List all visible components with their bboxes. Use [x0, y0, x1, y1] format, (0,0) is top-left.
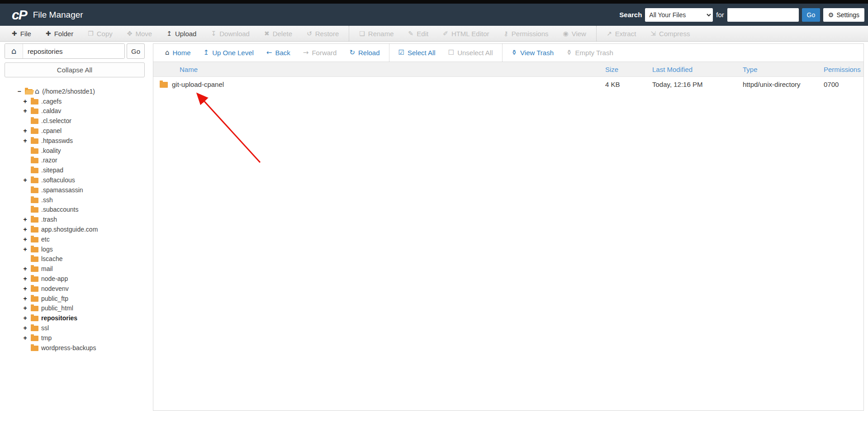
column-header-name[interactable]: Name	[153, 66, 605, 73]
path-home-button[interactable]: ⌂	[5, 44, 23, 58]
toolbar-button[interactable]: ↥ Upload	[159, 26, 204, 41]
nav-button[interactable]: ↻ Reload	[343, 44, 386, 62]
nav-button[interactable]: ↥ Up One Level	[197, 44, 260, 62]
tree-item[interactable]: ⌂ .subaccounts	[22, 205, 149, 215]
search-go-button[interactable]: Go	[802, 8, 820, 22]
tree-expander[interactable]: +	[22, 98, 28, 105]
tree-expander[interactable]: +	[22, 107, 28, 114]
folder-icon	[31, 247, 38, 252]
nav-button: → Forward	[297, 44, 343, 62]
file-name: git-upload-cpanel	[172, 81, 224, 88]
tree-expander[interactable]: +	[22, 265, 28, 272]
search-input[interactable]	[727, 8, 799, 22]
tree-expander[interactable]: +	[22, 127, 28, 134]
tree-item[interactable]: ⌂ wordpress-backups	[22, 343, 149, 353]
tree-item[interactable]: + ⌂ mail	[22, 264, 149, 274]
tree-expander[interactable]: +	[22, 226, 28, 233]
tree-expander[interactable]: +	[22, 176, 28, 184]
tree-item[interactable]: + ⌂ .caldav	[22, 106, 149, 116]
toolbar-button[interactable]: ✚ File	[5, 26, 38, 41]
table-row[interactable]: git-upload-cpanel 4 KB Today, 12:16 PM h…	[153, 77, 863, 92]
tree-expander[interactable]: +	[22, 324, 28, 332]
folder-icon	[31, 128, 38, 134]
file-type: httpd/unix-directory	[743, 81, 824, 88]
toolbar-button-label: View	[572, 30, 586, 38]
folder-icon	[31, 109, 38, 114]
tree-expander[interactable]: +	[22, 304, 28, 312]
tree-expander[interactable]: +	[22, 236, 28, 243]
tree-expander[interactable]: +	[22, 137, 28, 144]
nav-button[interactable]: ⚱ View Trash	[502, 44, 560, 62]
tree-item-label: .cl.selector	[41, 117, 71, 124]
tree-item[interactable]: + ⌂ .trash	[22, 214, 149, 224]
nav-button[interactable]: ⌂ Home	[159, 44, 197, 62]
move-icon: ✥	[127, 30, 133, 37]
tree-item[interactable]: ⌂ .ssh	[22, 195, 149, 205]
tree-item[interactable]: + ⌂ tmp	[22, 333, 149, 343]
gear-icon: ⚙	[828, 12, 834, 18]
tree-item[interactable]: + ⌂ .softaculous	[22, 175, 149, 185]
path-input[interactable]	[23, 44, 124, 58]
folder-icon	[31, 266, 38, 272]
tree-item-label: .koality	[41, 147, 61, 154]
tree-expander[interactable]: −	[16, 88, 22, 95]
tree-item[interactable]: ⌂ .spamassassin	[22, 185, 149, 195]
folder-icon	[31, 237, 38, 242]
tree-expander[interactable]: +	[22, 216, 28, 223]
tree-item-label: .cagefs	[41, 98, 62, 105]
tree-item-label: .cpanel	[41, 127, 62, 134]
settings-button[interactable]: ⚙ Settings	[823, 8, 864, 22]
file-last-modified: Today, 12:16 PM	[652, 81, 743, 88]
tree-item[interactable]: + ⌂ public_html	[22, 304, 149, 314]
restore-icon: ↺	[307, 30, 312, 37]
column-header-size[interactable]: Size	[605, 66, 652, 73]
tree-expander[interactable]: +	[22, 334, 28, 342]
tree-expander[interactable]: +	[22, 285, 28, 292]
tree-item[interactable]: ⌂ .koality	[22, 146, 149, 156]
tree-item[interactable]: ⌂ .razor	[22, 156, 149, 166]
tree-item[interactable]: − ⌂ (/home2/shostde1)	[16, 86, 149, 96]
tree-item-label: nodevenv	[41, 285, 69, 292]
tree-item-label: .subaccounts	[41, 206, 79, 213]
tree-expander[interactable]: +	[22, 295, 28, 302]
tree-item[interactable]: + ⌂ logs	[22, 244, 149, 254]
tree-item[interactable]: + ⌂ repositories	[22, 313, 149, 323]
tree-item-label: logs	[41, 246, 53, 253]
edit-icon: ✎	[408, 30, 414, 37]
tree-item[interactable]: + ⌂ .htpasswds	[22, 136, 149, 146]
file-name-cell[interactable]: git-upload-cpanel	[153, 81, 605, 88]
nav-button[interactable]: ← Back	[260, 44, 297, 62]
checkbox-checked-icon: ☑	[398, 49, 404, 56]
tree-item[interactable]: ⌂ .sitepad	[22, 165, 149, 175]
tree-expander[interactable]: +	[22, 314, 28, 322]
tree-expander[interactable]: +	[22, 275, 28, 282]
tree-item[interactable]: + ⌂ ssl	[22, 323, 149, 333]
tree-item[interactable]: + ⌂ public_ftp	[22, 294, 149, 304]
collapse-all-button[interactable]: Collapse All	[5, 62, 145, 77]
tree-item[interactable]: + ⌂ .cagefs	[22, 96, 149, 106]
tree-item[interactable]: + ⌂ .cpanel	[22, 126, 149, 136]
tree-item-label: public_ftp	[41, 295, 68, 302]
path-go-button[interactable]: Go	[127, 43, 145, 59]
nav-button-label: View Trash	[520, 49, 554, 57]
tree-item[interactable]: + ⌂ etc	[22, 234, 149, 244]
tree-item-label: .trash	[41, 216, 57, 223]
folder-icon	[31, 119, 38, 124]
column-header-permissions[interactable]: Permissions	[824, 66, 863, 73]
download-icon: ↧	[211, 30, 216, 37]
search-scope-select[interactable]: All Your Files	[645, 8, 713, 22]
tree-item[interactable]: ⌂ .cl.selector	[22, 116, 149, 126]
column-header-last-modified[interactable]: Last Modified	[652, 66, 743, 73]
toolbar-button[interactable]: ✚ Folder	[38, 26, 81, 41]
tree-item[interactable]: + ⌂ app.shostguide.com	[22, 224, 149, 234]
tree-expander[interactable]: +	[22, 246, 28, 253]
tree-item[interactable]: + ⌂ nodevenv	[22, 284, 149, 294]
column-header-type[interactable]: Type	[743, 66, 824, 73]
nav-button: ⚱ Empty Trash	[560, 44, 620, 62]
nav-button[interactable]: ☑ Select All	[389, 44, 442, 62]
tree-item[interactable]: + ⌂ node-app	[22, 274, 149, 284]
copy-icon: ❐	[88, 30, 94, 37]
toolbar-button-label: Extract	[615, 30, 636, 38]
nav-button-label: Reload	[358, 49, 380, 57]
tree-item[interactable]: ⌂ lscache	[22, 254, 149, 264]
